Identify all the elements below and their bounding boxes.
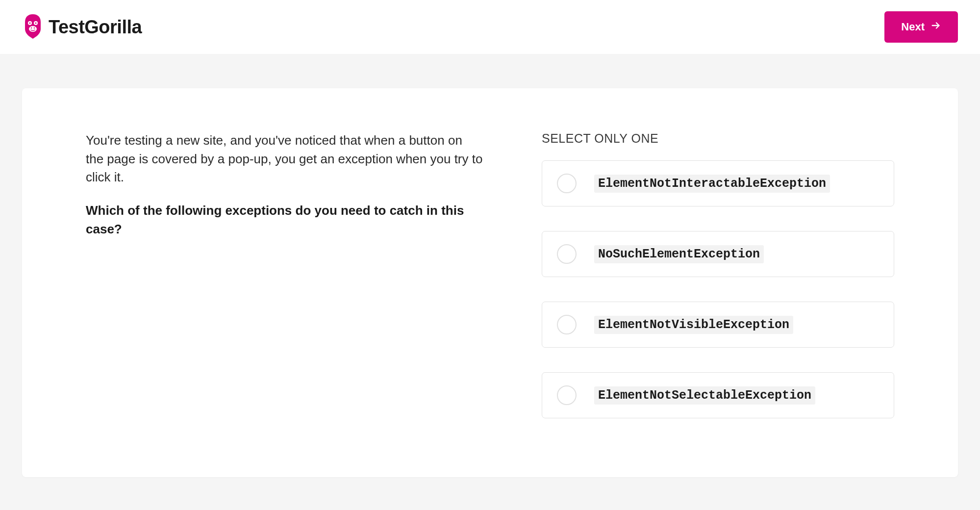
radio-icon [557, 385, 577, 405]
radio-icon [557, 315, 577, 334]
question-column: You're testing a new site, and you've no… [86, 131, 483, 418]
answer-option-label: ElementNotVisibleException [594, 316, 793, 334]
question-intro-text: You're testing a new site, and you've no… [86, 131, 483, 187]
answer-option-0[interactable]: ElementNotInteractableException [542, 160, 894, 206]
answer-option-label: ElementNotSelectableException [594, 386, 815, 405]
radio-icon [557, 244, 577, 264]
next-button[interactable]: Next [884, 11, 958, 43]
svg-point-3 [35, 23, 37, 24]
answer-instruction: SELECT ONLY ONE [542, 131, 894, 146]
answer-column: SELECT ONLY ONE ElementNotInteractableEx… [542, 131, 894, 418]
svg-point-5 [31, 27, 32, 28]
answer-option-3[interactable]: ElementNotSelectableException [542, 372, 894, 418]
svg-point-6 [34, 27, 35, 28]
brand-name: TestGorilla [49, 17, 142, 38]
radio-icon [557, 174, 577, 193]
gorilla-icon [22, 13, 44, 41]
app-header: TestGorilla Next [0, 0, 980, 54]
answer-option-label: NoSuchElementException [594, 245, 764, 263]
answer-option-2[interactable]: ElementNotVisibleException [542, 302, 894, 348]
answer-option-1[interactable]: NoSuchElementException [542, 231, 894, 277]
main-content: You're testing a new site, and you've no… [0, 54, 980, 497]
question-card: You're testing a new site, and you've no… [22, 88, 958, 477]
svg-point-2 [29, 23, 31, 24]
arrow-right-icon [930, 20, 941, 34]
brand-logo: TestGorilla [22, 13, 142, 41]
question-prompt-text: Which of the following exceptions do you… [86, 202, 483, 238]
next-button-label: Next [901, 21, 925, 33]
answer-option-label: ElementNotInteractableException [594, 175, 830, 193]
